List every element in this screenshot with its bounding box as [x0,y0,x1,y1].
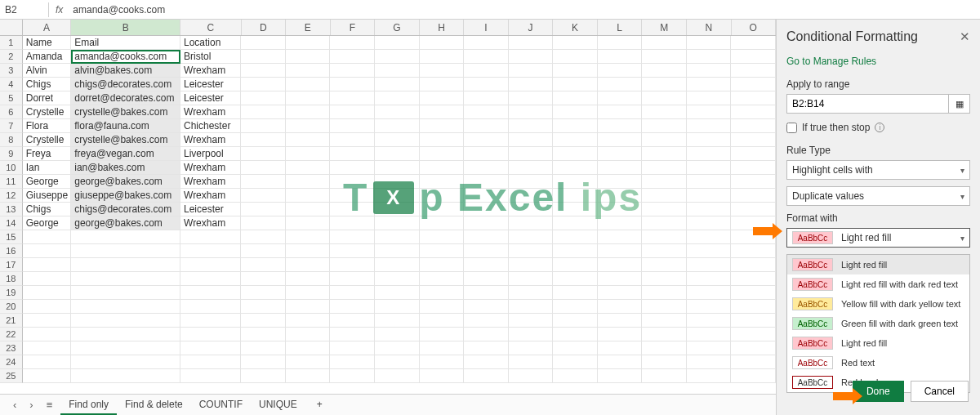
row-header[interactable]: 14 [0,216,23,230]
cell-I10[interactable] [464,161,509,175]
cell-N20[interactable] [687,300,732,314]
cell-B1[interactable]: Email [71,36,180,50]
cell-I24[interactable] [464,355,509,369]
cell-J25[interactable] [509,369,554,383]
cell-C14[interactable]: Wrexham [180,216,241,230]
cell-A17[interactable] [23,258,72,272]
cell-J6[interactable] [509,105,554,119]
cell-F11[interactable] [330,175,375,189]
row-header[interactable]: 23 [0,341,23,355]
cell-G23[interactable] [375,341,420,355]
cell-I1[interactable] [464,36,509,50]
cell-D8[interactable] [241,133,286,147]
column-header-N[interactable]: N [687,20,732,35]
cell-G7[interactable] [375,119,420,133]
row-header[interactable]: 21 [0,314,23,328]
cell-B21[interactable] [71,314,180,328]
cell-E8[interactable] [286,133,331,147]
row-header[interactable]: 4 [0,78,23,91]
cell-N3[interactable] [687,64,732,78]
cell-K5[interactable] [553,91,598,105]
cell-E2[interactable] [286,50,331,64]
cell-D1[interactable] [241,36,286,50]
cell-O13[interactable] [731,203,776,216]
cell-N24[interactable] [687,355,732,369]
cell-C1[interactable]: Location [180,36,241,50]
cell-G15[interactable] [375,230,420,244]
row-header[interactable]: 7 [0,119,23,133]
cell-K23[interactable] [553,341,598,355]
cell-H24[interactable] [420,355,465,369]
cell-L10[interactable] [598,161,643,175]
cell-G12[interactable] [375,189,420,203]
cell-H21[interactable] [420,314,465,328]
cell-D9[interactable] [241,147,286,161]
rule-subtype-select[interactable]: Duplicate values▾ [786,186,970,206]
cell-I2[interactable] [464,50,509,64]
if-true-then-stop-checkbox[interactable] [786,123,797,133]
cell-M15[interactable] [642,230,687,244]
cell-B24[interactable] [71,355,180,369]
cell-I23[interactable] [464,341,509,355]
cell-M14[interactable] [642,216,687,230]
cell-O19[interactable] [731,286,776,300]
cell-L24[interactable] [598,355,643,369]
info-icon[interactable]: i [875,123,884,132]
cell-E16[interactable] [286,244,331,258]
row-header[interactable]: 6 [0,105,23,119]
cell-D19[interactable] [241,286,286,300]
cell-N2[interactable] [687,50,732,64]
sheet-tab[interactable]: COUNTIF [191,395,251,415]
cell-E10[interactable] [286,161,331,175]
cell-D10[interactable] [241,161,286,175]
cell-J17[interactable] [509,258,554,272]
cell-I20[interactable] [464,300,509,314]
cell-N4[interactable] [687,78,732,91]
cell-J21[interactable] [509,314,554,328]
cell-E9[interactable] [286,147,331,161]
cell-H8[interactable] [420,133,465,147]
cell-B22[interactable] [71,328,180,341]
manage-rules-link[interactable]: Go to Manage Rules [786,56,970,67]
cell-J2[interactable] [509,50,554,64]
row-header[interactable]: 9 [0,147,23,161]
cell-A21[interactable] [23,314,72,328]
cell-D3[interactable] [241,64,286,78]
select-all-corner[interactable] [0,20,23,35]
cell-N7[interactable] [687,119,732,133]
cell-F25[interactable] [330,369,375,383]
cell-M20[interactable] [642,300,687,314]
cell-E21[interactable] [286,314,331,328]
cell-L8[interactable] [598,133,643,147]
cell-C3[interactable]: Wrexham [180,64,241,78]
cell-H22[interactable] [420,328,465,341]
column-header-F[interactable]: F [331,20,376,35]
cell-B10[interactable]: ian@bakes.com [71,161,180,175]
row-header[interactable]: 20 [0,300,23,314]
cell-F6[interactable] [330,105,375,119]
cell-I8[interactable] [464,133,509,147]
cell-B23[interactable] [71,341,180,355]
cell-F10[interactable] [330,161,375,175]
cell-H6[interactable] [420,105,465,119]
cell-N6[interactable] [687,105,732,119]
cell-A6[interactable]: Crystelle [23,105,72,119]
cell-J14[interactable] [509,216,554,230]
cell-H9[interactable] [420,147,465,161]
cell-C22[interactable] [180,328,241,341]
cell-L4[interactable] [598,78,643,91]
cell-K18[interactable] [553,272,598,286]
cell-K15[interactable] [553,230,598,244]
column-header-M[interactable]: M [642,20,687,35]
cell-O24[interactable] [731,355,776,369]
cell-I14[interactable] [464,216,509,230]
cell-N10[interactable] [687,161,732,175]
cell-G20[interactable] [375,300,420,314]
column-header-J[interactable]: J [509,20,554,35]
cell-D11[interactable] [241,175,286,189]
cell-L19[interactable] [598,286,643,300]
cell-I17[interactable] [464,258,509,272]
row-header[interactable]: 19 [0,286,23,300]
cell-E20[interactable] [286,300,331,314]
cell-C7[interactable]: Chichester [180,119,241,133]
